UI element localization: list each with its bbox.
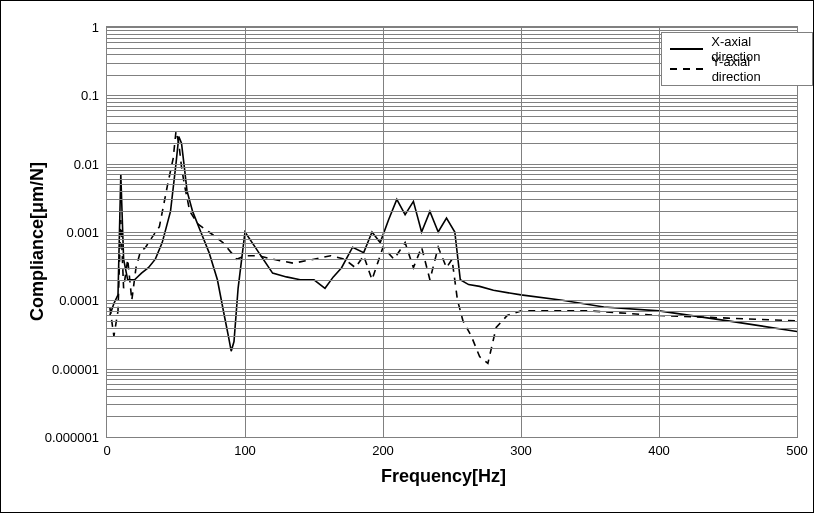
x-tick-label: 400 [648,437,670,458]
gridline-h [107,384,797,385]
gridline-h [107,328,797,329]
gridline-h [107,372,797,373]
y-tick-label: 0.0001 [59,293,107,308]
gridline-h [107,379,797,380]
gridline-h [107,174,797,175]
y-tick-label: 0.001 [66,225,107,240]
gridline-h [107,106,797,107]
x-tick-label: 200 [372,437,394,458]
x-tick-label: 500 [786,437,808,458]
x-axis-label: Frequency[Hz] [381,466,506,487]
gridline-h [107,369,797,370]
gridline-h [107,232,797,233]
gridline-v [245,27,246,437]
gridline-h [107,98,797,99]
gridline-h [107,191,797,192]
legend-swatch [670,42,703,56]
legend-swatch [670,62,704,76]
legend: X-axial directionY-axial direction [661,32,813,86]
gridline-h [107,311,797,312]
gridline-h [107,131,797,132]
gridline-h [107,116,797,117]
gridline-v [521,27,522,437]
gridline-h [107,199,797,200]
gridline-h [107,123,797,124]
y-tick-label: 0.01 [74,156,107,171]
gridline-h [107,280,797,281]
gridline-h [107,211,797,212]
gridline-h [107,143,797,144]
y-tick-label: 0.1 [81,88,107,103]
gridline-h [107,27,797,28]
gridline-h [107,300,797,301]
series-line [110,137,797,352]
gridline-h [107,170,797,171]
gridline-h [107,336,797,337]
gridline-v [383,27,384,437]
gridline-h [107,95,797,96]
figure: 0.0000010.000010.00010.0010.010.11010020… [0,0,814,513]
gridline-h [107,110,797,111]
gridline-h [107,259,797,260]
x-tick-label: 0 [103,437,110,458]
gridline-h [107,315,797,316]
gridline-h [107,102,797,103]
gridline-h [107,375,797,376]
gridline-h [107,389,797,390]
gridline-v [659,27,660,437]
gridline-h [107,179,797,180]
gridline-h [107,247,797,248]
gridline-h [107,239,797,240]
gridline-h [107,268,797,269]
gridline-h [107,416,797,417]
gridline-h [107,437,797,438]
legend-entry: Y-axial direction [670,59,802,79]
gridline-h [107,348,797,349]
gridline-h [107,30,797,31]
legend-label: Y-axial direction [712,54,802,84]
gridline-h [107,164,797,165]
gridline-h [107,396,797,397]
gridline-h [107,253,797,254]
gridline-h [107,404,797,405]
x-tick-label: 300 [510,437,532,458]
gridline-h [107,303,797,304]
y-tick-label: 0.000001 [45,430,107,445]
gridline-h [107,321,797,322]
x-tick-label: 100 [234,437,256,458]
gridline-h [107,243,797,244]
gridline-h [107,307,797,308]
y-tick-label: 0.00001 [52,361,107,376]
plot-area: 0.0000010.000010.00010.0010.010.11010020… [106,26,798,438]
y-tick-label: 1 [92,20,107,35]
y-axis-label: Compliance[μm/N] [27,301,48,321]
gridline-h [107,235,797,236]
gridline-h [107,184,797,185]
gridline-h [107,167,797,168]
